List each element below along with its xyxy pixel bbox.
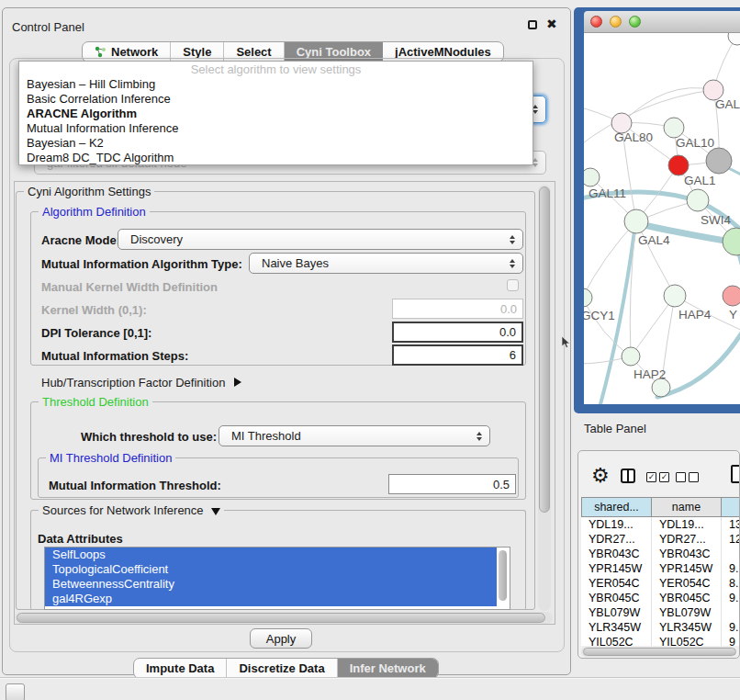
attribute-item[interactable]: SelfLoops	[45, 548, 497, 562]
manual-kernel-width-label: Manual Kernel Width Definition	[41, 280, 218, 294]
hub-definition-label: Hub/Transcription Factor Definition	[41, 376, 225, 390]
table-horizontal-scrollbar[interactable]	[581, 647, 735, 657]
node-unlabeled[interactable]	[706, 148, 732, 174]
attribute-item[interactable]: BetweennessCentrality	[45, 577, 497, 592]
list-scrollbar[interactable]	[498, 549, 508, 607]
node-label[interactable]: GCY1	[584, 309, 615, 322]
mi-threshold-value: 0.5	[493, 478, 510, 491]
node-label[interactable]: GAL80	[614, 130, 653, 144]
node-label[interactable]: GAL1	[684, 174, 716, 187]
table-cell: YBR043C	[581, 547, 652, 561]
attribute-item[interactable]: TopologicalCoefficient	[45, 562, 497, 577]
network-window-titlebar[interactable]	[584, 11, 740, 33]
table-panel-title: Table Panel	[584, 422, 646, 435]
column-header-3[interactable]: A	[722, 497, 740, 517]
table-cell: YBR045C	[581, 591, 652, 605]
table-row[interactable]: YDR27...YDR27...12	[581, 532, 740, 547]
sources-group-title[interactable]: Sources for Network Inference	[39, 503, 224, 517]
close-light-icon[interactable]	[590, 16, 602, 28]
hub-definition-toggle[interactable]: Hub/Transcription Factor Definition	[41, 376, 241, 390]
table-row[interactable]: YDL19...YDL19...13	[581, 517, 740, 532]
node-unlabeled[interactable]	[723, 228, 740, 255]
settings-horizontal-scrollbar[interactable]	[15, 612, 553, 624]
table-cell: YDL19...	[652, 517, 722, 532]
node-label[interactable]: GAL4	[638, 233, 670, 247]
node-unlabeled[interactable]	[652, 378, 670, 397]
mi-threshold-label: Mutual Information Threshold:	[49, 479, 221, 492]
node-GAL11[interactable]	[584, 168, 600, 186]
table-cell: 13	[722, 517, 740, 532]
column-header-1[interactable]: shared...	[581, 497, 652, 517]
network-canvas[interactable]: GAL7GAL80GAL10GAL1GAL11SWI4GAL4GCY1HAP4Y…	[584, 33, 740, 404]
table-row[interactable]: YBR043CYBR043C	[581, 547, 740, 561]
minimize-light-icon[interactable]	[610, 16, 622, 28]
close-icon[interactable]: ✖	[546, 17, 557, 31]
edge	[622, 88, 713, 123]
mi-threshold-field[interactable]: 0.5	[388, 474, 516, 494]
node-GAL10[interactable]	[664, 118, 684, 138]
table-row[interactable]: YPR145WYPR145W9.	[581, 561, 740, 576]
threshold-definition-title: Threshold Definition	[39, 395, 152, 409]
table-cell: 8.	[722, 576, 740, 591]
zoom-light-icon[interactable]	[629, 16, 641, 28]
aracne-mode-value: Discovery	[130, 232, 183, 246]
dropdown-item[interactable]: ARACNE Algorithm	[19, 107, 533, 121]
node-HAP4[interactable]	[664, 285, 686, 307]
node-table[interactable]: shared...nameAYDL19...YDL19...13YDR27...…	[581, 497, 740, 646]
attribute-item[interactable]: gal4RGexp	[45, 592, 497, 606]
node-GAL1[interactable]	[668, 155, 689, 175]
table-row[interactable]: YER054CYER054C8.	[581, 576, 740, 591]
table-row[interactable]: YBL079WYBL079W	[581, 605, 740, 620]
table-row[interactable]: YLR345WYLR345W9.	[581, 620, 740, 635]
table-cell: YER054C	[581, 576, 652, 591]
dpi-tolerance-field[interactable]: 0.0	[392, 322, 523, 343]
node-HAP2[interactable]	[622, 347, 640, 366]
node-SWI4[interactable]	[687, 189, 709, 211]
mi-steps-field[interactable]: 6	[392, 344, 523, 366]
settings-vertical-scrollbar[interactable]	[538, 185, 551, 611]
float-window-icon[interactable]	[528, 20, 537, 29]
table-row[interactable]: YBR045CYBR045C9.	[581, 591, 740, 605]
node-label[interactable]: GAL11	[589, 186, 626, 200]
table-panel: ⚙ ✓✓ shared...nameAYDL19...YDL19...13YDR…	[577, 450, 740, 659]
tab-discretize-data[interactable]: Discretize Data	[227, 659, 337, 678]
node-label[interactable]: HAP4	[678, 308, 712, 322]
column-header-2[interactable]: name	[652, 497, 722, 517]
table-cell	[722, 547, 740, 561]
cyni-bottom-tabbar: Impute DataDiscretize DataInfer Network	[133, 658, 439, 679]
mi-algorithm-type-combo[interactable]: Naive Bayes	[249, 253, 523, 274]
data-attributes-list[interactable]: SelfLoopsTopologicalCoefficientBetweenne…	[44, 547, 510, 610]
node-Y[interactable]	[723, 286, 740, 306]
node-label[interactable]: GAL10	[676, 136, 714, 150]
node-GCY1[interactable]	[584, 288, 592, 307]
dropdown-item[interactable]: Bayesian – Hill Climbing	[19, 77, 533, 92]
node-unlabeled[interactable]	[728, 33, 740, 45]
manual-kernel-width-checkbox[interactable]	[507, 279, 519, 291]
mi-algorithm-type-label: Mutual Information Algorithm Type:	[41, 257, 242, 271]
table-row[interactable]: YIL052CYIL052C9	[581, 635, 740, 646]
dropdown-item[interactable]: Dream8 DC_TDC Algorithm	[19, 151, 533, 165]
tab-impute-data[interactable]: Impute Data	[134, 659, 227, 678]
which-threshold-combo[interactable]: MI Threshold	[219, 425, 490, 446]
aracne-mode-combo[interactable]: Discovery	[118, 229, 523, 250]
tab-label: Style	[183, 45, 211, 59]
bottom-left-mini-button[interactable]	[6, 683, 25, 700]
kernel-width-field[interactable]: 0.0	[392, 299, 523, 319]
apply-button-label: Apply	[266, 632, 297, 646]
dpi-tolerance-value: 0.0	[499, 325, 516, 339]
dropdown-item[interactable]: Mutual Information Inference	[19, 121, 533, 136]
combo-stepper-icon	[510, 235, 515, 244]
dropdown-item[interactable]: Basic Correlation Inference	[19, 92, 533, 107]
tab-infer-network[interactable]: Infer Network	[338, 659, 438, 678]
expanded-arrow-icon	[211, 508, 220, 515]
table-cell: 9	[722, 635, 740, 646]
dropdown-item[interactable]: Bayesian – K2	[19, 136, 533, 151]
node-label[interactable]: Y	[729, 308, 737, 322]
apply-button[interactable]: Apply	[250, 628, 312, 649]
network-view-window: GAL7GAL80GAL10GAL1GAL11SWI4GAL4GCY1HAP4Y…	[574, 7, 740, 413]
node-label[interactable]: GAL7	[715, 97, 740, 111]
node-label[interactable]: SWI4	[701, 213, 731, 227]
collapsed-arrow-icon	[234, 378, 241, 387]
table-cell: YBL079W	[652, 605, 722, 620]
node-GAL4[interactable]	[624, 209, 648, 233]
